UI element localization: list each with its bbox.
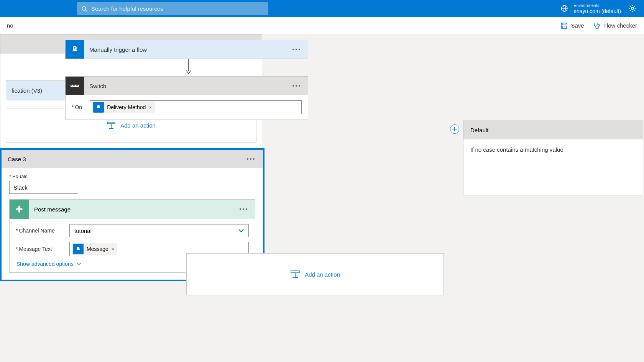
post-message-title: Post message: [34, 206, 237, 213]
add-action-label: Add an action: [120, 122, 156, 129]
env-value: enayu.com (default): [573, 8, 621, 15]
search-icon: [81, 6, 87, 12]
channel-name-value: tutorial: [74, 228, 92, 234]
switch-more-icon[interactable]: [290, 83, 302, 89]
plus-icon: [452, 126, 457, 132]
svg-line-1: [85, 10, 87, 11]
case3-title: Case 3: [8, 156, 245, 162]
svg-point-8: [598, 25, 600, 26]
breadcrumb-tail: no: [7, 22, 13, 29]
svg-rect-21: [18, 206, 20, 213]
adv-label: Show advanced options: [16, 261, 74, 267]
switch-on-label: On: [72, 104, 82, 110]
add-action-button-case3[interactable]: Add an action: [186, 253, 444, 295]
add-case-button[interactable]: [450, 124, 459, 134]
save-button[interactable]: Save: [561, 22, 584, 29]
case3-more-icon[interactable]: [245, 156, 257, 162]
flow-checker-button[interactable]: Flow checker: [593, 22, 637, 29]
slack-icon: [10, 200, 29, 219]
svg-point-5: [631, 7, 634, 10]
search-box[interactable]: [77, 2, 268, 15]
chevron-down-icon: [77, 262, 81, 265]
svg-rect-24: [291, 271, 299, 273]
svg-point-0: [82, 7, 86, 10]
trigger-more-icon[interactable]: [290, 46, 302, 52]
switch-icon: [66, 77, 84, 95]
add-action-icon: [290, 270, 300, 278]
save-icon: [561, 22, 568, 29]
svg-rect-12: [71, 85, 72, 86]
message-token-label: Message: [87, 246, 108, 252]
command-bar: no Save Flow checker: [0, 17, 644, 34]
svg-rect-13: [73, 85, 74, 86]
add-action-label: Add an action: [305, 271, 340, 278]
post-message-more-icon[interactable]: [237, 206, 250, 212]
message-token-icon: [73, 244, 84, 254]
trigger-icon: [66, 40, 84, 59]
globe-icon: [560, 5, 568, 12]
switch-on-input[interactable]: Delivery Method ×: [90, 100, 302, 114]
svg-rect-17: [107, 122, 115, 124]
save-label: Save: [571, 22, 584, 29]
svg-point-9: [74, 47, 76, 49]
chevron-down-icon: [238, 229, 244, 233]
message-text-label: Message Text: [16, 246, 69, 252]
environment-picker[interactable]: Environments enayu.com (default): [560, 3, 621, 15]
delivery-method-token[interactable]: Delivery Method ×: [92, 101, 155, 113]
topbar-right: Environments enayu.com (default): [560, 3, 636, 15]
top-bar: Environments enayu.com (default): [0, 0, 644, 17]
channel-name-select[interactable]: tutorial: [69, 224, 249, 237]
default-title: Default: [470, 127, 489, 133]
settings-icon[interactable]: [629, 5, 636, 12]
arrow-down-icon: [185, 59, 192, 74]
message-token[interactable]: Message ×: [72, 243, 117, 255]
trigger-title: Manually trigger a flow: [89, 46, 290, 53]
svg-rect-7: [562, 26, 566, 28]
switch-title: Switch: [89, 83, 290, 89]
token-remove-icon[interactable]: ×: [149, 105, 152, 110]
default-card[interactable]: Default If no case contains a matching v…: [463, 120, 643, 195]
search-input[interactable]: [91, 5, 264, 12]
equals-label: Equals: [9, 174, 255, 179]
add-action-icon: [107, 121, 116, 129]
switch-card[interactable]: Switch On Delivery Method ×: [65, 76, 308, 120]
flow-canvas[interactable]: Manually trigger a flow Switch On Delive…: [0, 34, 644, 362]
stethoscope-icon: [593, 22, 600, 29]
channel-name-label: Channel Name: [16, 228, 69, 234]
default-body-text: If no case contains a matching value: [463, 139, 643, 195]
flow-checker-label: Flow checker: [603, 22, 637, 29]
svg-rect-15: [76, 85, 77, 86]
env-label: Environments: [573, 3, 621, 8]
trigger-token-icon: [93, 102, 104, 113]
trigger-card[interactable]: Manually trigger a flow: [65, 40, 308, 59]
equals-input[interactable]: [9, 181, 78, 194]
message-token-remove-icon[interactable]: ×: [112, 246, 115, 252]
token-label: Delivery Method: [107, 104, 146, 110]
svg-rect-16: [77, 85, 78, 86]
svg-rect-14: [74, 85, 75, 86]
